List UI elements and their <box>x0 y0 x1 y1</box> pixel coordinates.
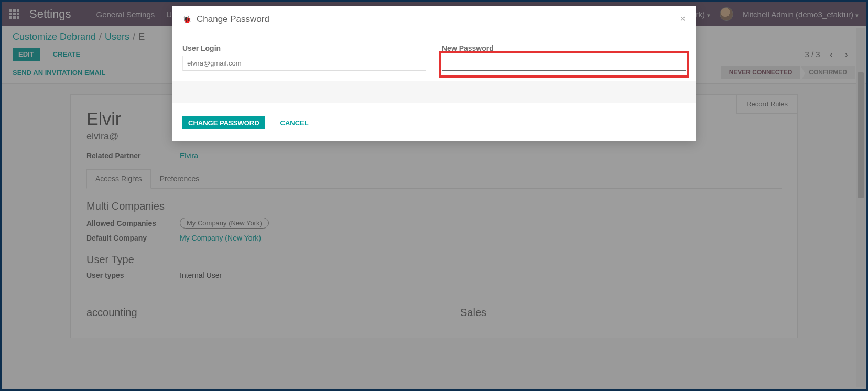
change-password-button[interactable]: CHANGE PASSWORD <box>182 116 265 129</box>
cancel-button[interactable]: CANCEL <box>275 116 314 129</box>
user-login-value: elvira@gmail.com <box>182 56 426 71</box>
close-icon[interactable]: × <box>680 14 686 25</box>
dialog-strip <box>172 81 696 103</box>
new-password-input[interactable] <box>442 56 686 71</box>
dialog-title: Change Password <box>197 14 269 25</box>
change-password-dialog: 🐞 Change Password × User Login elvira@gm… <box>172 6 696 141</box>
bug-icon[interactable]: 🐞 <box>182 15 191 24</box>
new-password-label: New Password <box>442 44 686 52</box>
modal-overlay: 🐞 Change Password × User Login elvira@gm… <box>2 2 866 389</box>
user-login-label: User Login <box>182 44 426 52</box>
